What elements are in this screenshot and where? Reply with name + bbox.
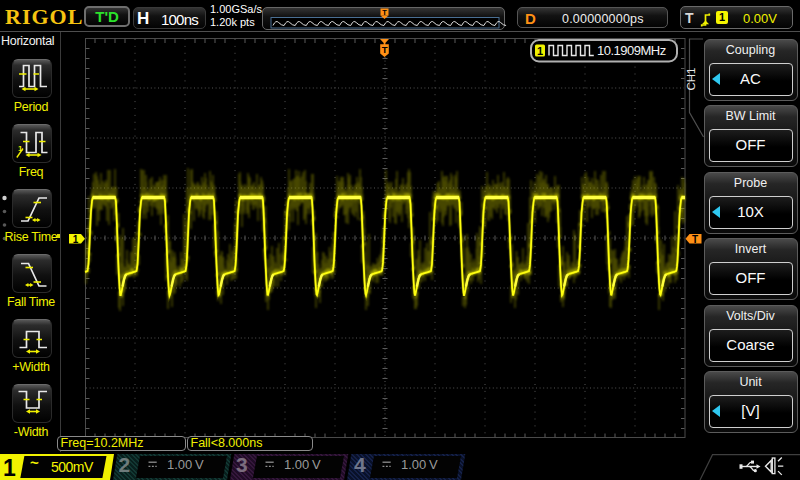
svg-text:T: T <box>382 44 388 55</box>
svg-text:10.1909MHz: 10.1909MHz <box>597 43 666 58</box>
svg-text:1: 1 <box>73 234 79 245</box>
svg-text:1: 1 <box>537 45 543 57</box>
